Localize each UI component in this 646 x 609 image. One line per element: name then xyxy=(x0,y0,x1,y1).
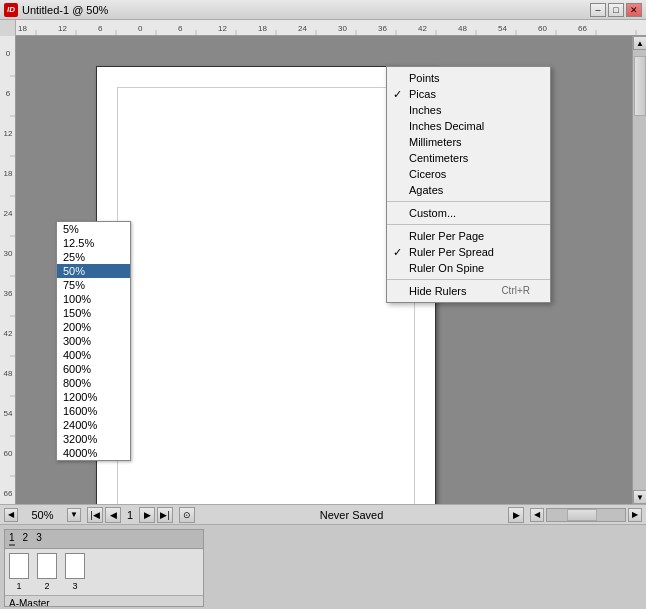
pages-tab-1[interactable]: 1 xyxy=(9,532,15,546)
svg-text:12: 12 xyxy=(4,129,13,138)
svg-text:6: 6 xyxy=(98,24,103,33)
maximize-button[interactable]: □ xyxy=(608,3,624,17)
zoom-item-5[interactable]: 5% xyxy=(57,222,130,236)
zoom-item-800[interactable]: 800% xyxy=(57,376,130,390)
svg-text:12: 12 xyxy=(58,24,67,33)
svg-rect-32 xyxy=(0,36,16,504)
pages-header: 1 2 3 xyxy=(5,530,203,549)
pages-tab-2[interactable]: 2 xyxy=(23,532,29,546)
zoom-item-3200[interactable]: 3200% xyxy=(57,432,130,446)
zoom-item-200[interactable]: 200% xyxy=(57,320,130,334)
svg-text:54: 54 xyxy=(498,24,507,33)
first-page-button[interactable]: |◀ xyxy=(87,507,103,523)
status-left: ◀ 50% ▼ xyxy=(4,508,81,522)
page-number: 1 xyxy=(127,509,133,521)
zoom-item-25[interactable]: 25% xyxy=(57,250,130,264)
page-thumbnail-3 xyxy=(65,553,85,579)
zoom-item-400[interactable]: 400% xyxy=(57,348,130,362)
window-controls: – □ ✕ xyxy=(590,3,642,17)
menu-item-points[interactable]: Points xyxy=(387,70,550,86)
menu-item-ciceros[interactable]: Ciceros xyxy=(387,166,550,182)
scroll-thumb-v[interactable] xyxy=(634,56,646,116)
svg-text:42: 42 xyxy=(4,329,13,338)
document-page xyxy=(96,66,436,504)
vertical-scrollbar[interactable]: ▲ ▼ xyxy=(632,36,646,504)
status-arrow-btn[interactable]: ▶ xyxy=(508,507,524,523)
ruler-corner xyxy=(0,20,16,36)
menu-item-agates[interactable]: Agates xyxy=(387,182,550,198)
page-thumbnail-2 xyxy=(37,553,57,579)
canvas-area[interactable]: 5% 12.5% 25% 50% 75% 100% 150% 200% 300%… xyxy=(16,36,646,504)
page-thumb-1[interactable]: 1 xyxy=(9,553,29,591)
pages-content: 1 2 3 xyxy=(5,549,203,595)
scroll-up-button[interactable]: ▲ xyxy=(633,36,646,50)
zoom-dropdown-list[interactable]: 5% 12.5% 25% 50% 75% 100% 150% 200% 300%… xyxy=(56,221,131,461)
zoom-item-300[interactable]: 300% xyxy=(57,334,130,348)
next-page-button[interactable]: ▶ xyxy=(139,507,155,523)
svg-text:60: 60 xyxy=(538,24,547,33)
menu-item-inches-decimal[interactable]: Inches Decimal xyxy=(387,118,550,134)
svg-text:36: 36 xyxy=(378,24,387,33)
zoom-item-1600[interactable]: 1600% xyxy=(57,404,130,418)
last-page-button[interactable]: ▶| xyxy=(157,507,173,523)
menu-item-hide-rulers[interactable]: Hide Rulers Ctrl+R xyxy=(387,283,550,299)
svg-text:60: 60 xyxy=(4,449,13,458)
context-menu[interactable]: Points Picas Inches Inches Decimal Milli… xyxy=(386,66,551,303)
master-label: A-Master xyxy=(9,598,50,607)
svg-rect-0 xyxy=(16,20,646,36)
menu-item-custom[interactable]: Custom... xyxy=(387,205,550,221)
svg-text:6: 6 xyxy=(178,24,183,33)
svg-text:36: 36 xyxy=(4,289,13,298)
svg-text:12: 12 xyxy=(218,24,227,33)
status-scroll-left[interactable]: ◀ xyxy=(4,508,18,522)
svg-text:48: 48 xyxy=(458,24,467,33)
page-label-3: 3 xyxy=(72,581,77,591)
status-scroll-right-zoom[interactable]: ▼ xyxy=(67,508,81,522)
svg-text:42: 42 xyxy=(418,24,427,33)
pages-master-section: A-Master xyxy=(5,595,203,607)
menu-item-millimeters[interactable]: Millimeters xyxy=(387,134,550,150)
status-right: ◀ ▶ xyxy=(530,508,642,522)
zoom-item-12[interactable]: 12.5% xyxy=(57,236,130,250)
horizontal-ruler: 18 12 6 0 6 12 18 24 30 36 42 48 54 60 6… xyxy=(16,20,646,36)
menu-item-ruler-per-page[interactable]: Ruler Per Page xyxy=(387,228,550,244)
scroll-down-button[interactable]: ▼ xyxy=(633,490,646,504)
zoom-item-1200[interactable]: 1200% xyxy=(57,390,130,404)
page-thumb-2[interactable]: 2 xyxy=(37,553,57,591)
vertical-ruler: 0 6 12 18 24 30 36 42 48 54 60 66 xyxy=(0,36,16,504)
prev-page-button[interactable]: ◀ xyxy=(105,507,121,523)
close-button[interactable]: ✕ xyxy=(626,3,642,17)
horizontal-scrollbar[interactable] xyxy=(546,508,626,522)
scroll-thumb-h[interactable] xyxy=(567,509,597,521)
zoom-item-50[interactable]: 50% xyxy=(57,264,130,278)
menu-item-picas[interactable]: Picas xyxy=(387,86,550,102)
pages-tab-3[interactable]: 3 xyxy=(36,532,42,546)
title-bar: ID Untitled-1 @ 50% – □ ✕ xyxy=(0,0,646,20)
app-icon: ID xyxy=(4,3,18,17)
zoom-item-100[interactable]: 100% xyxy=(57,292,130,306)
bottom-panel: 1 2 3 1 2 3 A-Master xyxy=(0,524,646,609)
scroll-right-button[interactable]: ▶ xyxy=(628,508,642,522)
svg-text:0: 0 xyxy=(6,49,11,58)
zoom-item-600[interactable]: 600% xyxy=(57,362,130,376)
menu-item-centimeters[interactable]: Centimeters xyxy=(387,150,550,166)
scroll-left-button[interactable]: ◀ xyxy=(530,508,544,522)
svg-text:18: 18 xyxy=(4,169,13,178)
page-thumbnail-1 xyxy=(9,553,29,579)
zoom-item-2400[interactable]: 2400% xyxy=(57,418,130,432)
zoom-item-4000[interactable]: 4000% xyxy=(57,446,130,460)
zoom-item-75[interactable]: 75% xyxy=(57,278,130,292)
status-extra-btn[interactable]: ⊙ xyxy=(179,507,195,523)
status-text: Never Saved xyxy=(197,509,506,521)
menu-item-inches[interactable]: Inches xyxy=(387,102,550,118)
minimize-button[interactable]: – xyxy=(590,3,606,17)
zoom-display[interactable]: 50% xyxy=(20,509,65,521)
svg-text:66: 66 xyxy=(4,489,13,498)
window-title: Untitled-1 @ 50% xyxy=(22,4,590,16)
page-thumb-3[interactable]: 3 xyxy=(65,553,85,591)
menu-separator-1 xyxy=(387,201,550,202)
shortcut-label: Ctrl+R xyxy=(501,285,530,296)
zoom-item-150[interactable]: 150% xyxy=(57,306,130,320)
menu-item-ruler-on-spine[interactable]: Ruler On Spine xyxy=(387,260,550,276)
menu-item-ruler-per-spread[interactable]: Ruler Per Spread xyxy=(387,244,550,260)
